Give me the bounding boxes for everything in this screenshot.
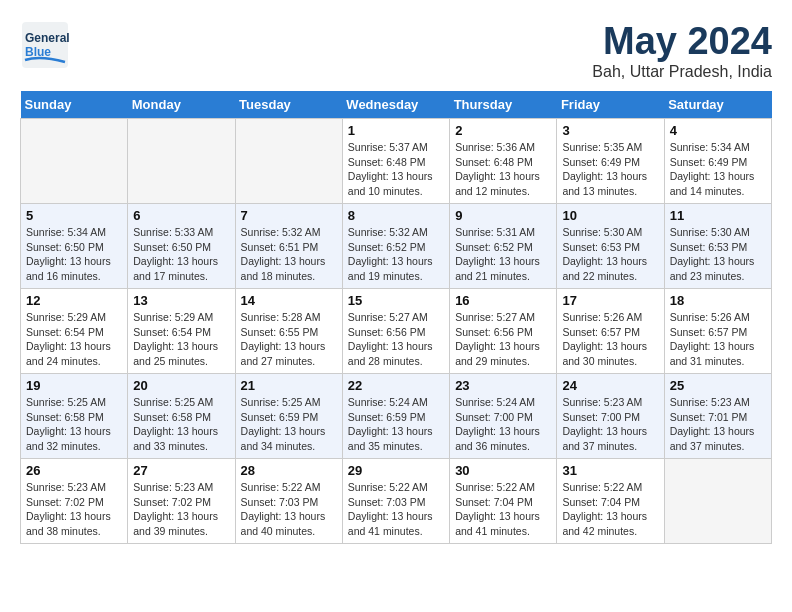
calendar-week-row: 1Sunrise: 5:37 AM Sunset: 6:48 PM Daylig…: [21, 119, 772, 204]
day-info: Sunrise: 5:23 AM Sunset: 7:02 PM Dayligh…: [133, 480, 229, 539]
day-info: Sunrise: 5:36 AM Sunset: 6:48 PM Dayligh…: [455, 140, 551, 199]
day-number: 23: [455, 378, 551, 393]
day-info: Sunrise: 5:32 AM Sunset: 6:51 PM Dayligh…: [241, 225, 337, 284]
day-number: 9: [455, 208, 551, 223]
day-info: Sunrise: 5:22 AM Sunset: 7:04 PM Dayligh…: [455, 480, 551, 539]
day-number: 19: [26, 378, 122, 393]
day-number: 27: [133, 463, 229, 478]
location: Bah, Uttar Pradesh, India: [592, 63, 772, 81]
empty-cell: [128, 119, 235, 204]
day-number: 21: [241, 378, 337, 393]
day-cell: 24Sunrise: 5:23 AM Sunset: 7:00 PM Dayli…: [557, 374, 664, 459]
weekday-header-thursday: Thursday: [450, 91, 557, 119]
day-info: Sunrise: 5:24 AM Sunset: 7:00 PM Dayligh…: [455, 395, 551, 454]
weekday-header-monday: Monday: [128, 91, 235, 119]
day-cell: 21Sunrise: 5:25 AM Sunset: 6:59 PM Dayli…: [235, 374, 342, 459]
weekday-header-saturday: Saturday: [664, 91, 771, 119]
day-info: Sunrise: 5:30 AM Sunset: 6:53 PM Dayligh…: [562, 225, 658, 284]
day-cell: 15Sunrise: 5:27 AM Sunset: 6:56 PM Dayli…: [342, 289, 449, 374]
day-number: 31: [562, 463, 658, 478]
day-info: Sunrise: 5:33 AM Sunset: 6:50 PM Dayligh…: [133, 225, 229, 284]
page-header: General Blue May 2024 Bah, Uttar Pradesh…: [20, 20, 772, 81]
day-number: 26: [26, 463, 122, 478]
day-cell: 20Sunrise: 5:25 AM Sunset: 6:58 PM Dayli…: [128, 374, 235, 459]
day-number: 12: [26, 293, 122, 308]
logo-icon: General Blue: [20, 20, 70, 74]
day-cell: 9Sunrise: 5:31 AM Sunset: 6:52 PM Daylig…: [450, 204, 557, 289]
day-info: Sunrise: 5:23 AM Sunset: 7:00 PM Dayligh…: [562, 395, 658, 454]
day-number: 7: [241, 208, 337, 223]
day-number: 6: [133, 208, 229, 223]
day-number: 11: [670, 208, 766, 223]
day-info: Sunrise: 5:24 AM Sunset: 6:59 PM Dayligh…: [348, 395, 444, 454]
day-number: 25: [670, 378, 766, 393]
day-cell: 19Sunrise: 5:25 AM Sunset: 6:58 PM Dayli…: [21, 374, 128, 459]
day-number: 15: [348, 293, 444, 308]
calendar-week-row: 19Sunrise: 5:25 AM Sunset: 6:58 PM Dayli…: [21, 374, 772, 459]
day-number: 18: [670, 293, 766, 308]
day-number: 30: [455, 463, 551, 478]
calendar-table: SundayMondayTuesdayWednesdayThursdayFrid…: [20, 91, 772, 544]
day-cell: 7Sunrise: 5:32 AM Sunset: 6:51 PM Daylig…: [235, 204, 342, 289]
weekday-header-wednesday: Wednesday: [342, 91, 449, 119]
logo: General Blue: [20, 20, 70, 74]
day-info: Sunrise: 5:27 AM Sunset: 6:56 PM Dayligh…: [348, 310, 444, 369]
day-cell: 1Sunrise: 5:37 AM Sunset: 6:48 PM Daylig…: [342, 119, 449, 204]
day-number: 28: [241, 463, 337, 478]
day-number: 13: [133, 293, 229, 308]
day-info: Sunrise: 5:29 AM Sunset: 6:54 PM Dayligh…: [26, 310, 122, 369]
day-cell: 2Sunrise: 5:36 AM Sunset: 6:48 PM Daylig…: [450, 119, 557, 204]
day-info: Sunrise: 5:23 AM Sunset: 7:02 PM Dayligh…: [26, 480, 122, 539]
weekday-header-friday: Friday: [557, 91, 664, 119]
day-cell: 30Sunrise: 5:22 AM Sunset: 7:04 PM Dayli…: [450, 459, 557, 544]
day-info: Sunrise: 5:22 AM Sunset: 7:03 PM Dayligh…: [241, 480, 337, 539]
day-cell: 27Sunrise: 5:23 AM Sunset: 7:02 PM Dayli…: [128, 459, 235, 544]
day-number: 24: [562, 378, 658, 393]
day-number: 16: [455, 293, 551, 308]
day-cell: 26Sunrise: 5:23 AM Sunset: 7:02 PM Dayli…: [21, 459, 128, 544]
title-area: May 2024 Bah, Uttar Pradesh, India: [592, 20, 772, 81]
day-number: 29: [348, 463, 444, 478]
day-cell: 3Sunrise: 5:35 AM Sunset: 6:49 PM Daylig…: [557, 119, 664, 204]
day-cell: 29Sunrise: 5:22 AM Sunset: 7:03 PM Dayli…: [342, 459, 449, 544]
day-number: 10: [562, 208, 658, 223]
day-info: Sunrise: 5:23 AM Sunset: 7:01 PM Dayligh…: [670, 395, 766, 454]
day-info: Sunrise: 5:31 AM Sunset: 6:52 PM Dayligh…: [455, 225, 551, 284]
day-cell: 5Sunrise: 5:34 AM Sunset: 6:50 PM Daylig…: [21, 204, 128, 289]
calendar-week-row: 26Sunrise: 5:23 AM Sunset: 7:02 PM Dayli…: [21, 459, 772, 544]
day-cell: 22Sunrise: 5:24 AM Sunset: 6:59 PM Dayli…: [342, 374, 449, 459]
day-cell: 13Sunrise: 5:29 AM Sunset: 6:54 PM Dayli…: [128, 289, 235, 374]
day-number: 14: [241, 293, 337, 308]
day-info: Sunrise: 5:26 AM Sunset: 6:57 PM Dayligh…: [562, 310, 658, 369]
day-info: Sunrise: 5:34 AM Sunset: 6:50 PM Dayligh…: [26, 225, 122, 284]
day-cell: 12Sunrise: 5:29 AM Sunset: 6:54 PM Dayli…: [21, 289, 128, 374]
day-number: 4: [670, 123, 766, 138]
weekday-header-row: SundayMondayTuesdayWednesdayThursdayFrid…: [21, 91, 772, 119]
month-title: May 2024: [592, 20, 772, 63]
day-number: 2: [455, 123, 551, 138]
day-cell: 14Sunrise: 5:28 AM Sunset: 6:55 PM Dayli…: [235, 289, 342, 374]
day-cell: 31Sunrise: 5:22 AM Sunset: 7:04 PM Dayli…: [557, 459, 664, 544]
day-cell: 6Sunrise: 5:33 AM Sunset: 6:50 PM Daylig…: [128, 204, 235, 289]
day-info: Sunrise: 5:37 AM Sunset: 6:48 PM Dayligh…: [348, 140, 444, 199]
day-cell: 17Sunrise: 5:26 AM Sunset: 6:57 PM Dayli…: [557, 289, 664, 374]
day-number: 1: [348, 123, 444, 138]
day-info: Sunrise: 5:29 AM Sunset: 6:54 PM Dayligh…: [133, 310, 229, 369]
empty-cell: [235, 119, 342, 204]
day-cell: 10Sunrise: 5:30 AM Sunset: 6:53 PM Dayli…: [557, 204, 664, 289]
day-info: Sunrise: 5:35 AM Sunset: 6:49 PM Dayligh…: [562, 140, 658, 199]
day-number: 3: [562, 123, 658, 138]
day-cell: 18Sunrise: 5:26 AM Sunset: 6:57 PM Dayli…: [664, 289, 771, 374]
day-number: 17: [562, 293, 658, 308]
day-cell: 28Sunrise: 5:22 AM Sunset: 7:03 PM Dayli…: [235, 459, 342, 544]
day-info: Sunrise: 5:30 AM Sunset: 6:53 PM Dayligh…: [670, 225, 766, 284]
empty-cell: [664, 459, 771, 544]
calendar-week-row: 5Sunrise: 5:34 AM Sunset: 6:50 PM Daylig…: [21, 204, 772, 289]
day-info: Sunrise: 5:28 AM Sunset: 6:55 PM Dayligh…: [241, 310, 337, 369]
day-info: Sunrise: 5:25 AM Sunset: 6:58 PM Dayligh…: [26, 395, 122, 454]
day-info: Sunrise: 5:25 AM Sunset: 6:59 PM Dayligh…: [241, 395, 337, 454]
day-cell: 25Sunrise: 5:23 AM Sunset: 7:01 PM Dayli…: [664, 374, 771, 459]
weekday-header-sunday: Sunday: [21, 91, 128, 119]
day-cell: 8Sunrise: 5:32 AM Sunset: 6:52 PM Daylig…: [342, 204, 449, 289]
day-cell: 4Sunrise: 5:34 AM Sunset: 6:49 PM Daylig…: [664, 119, 771, 204]
